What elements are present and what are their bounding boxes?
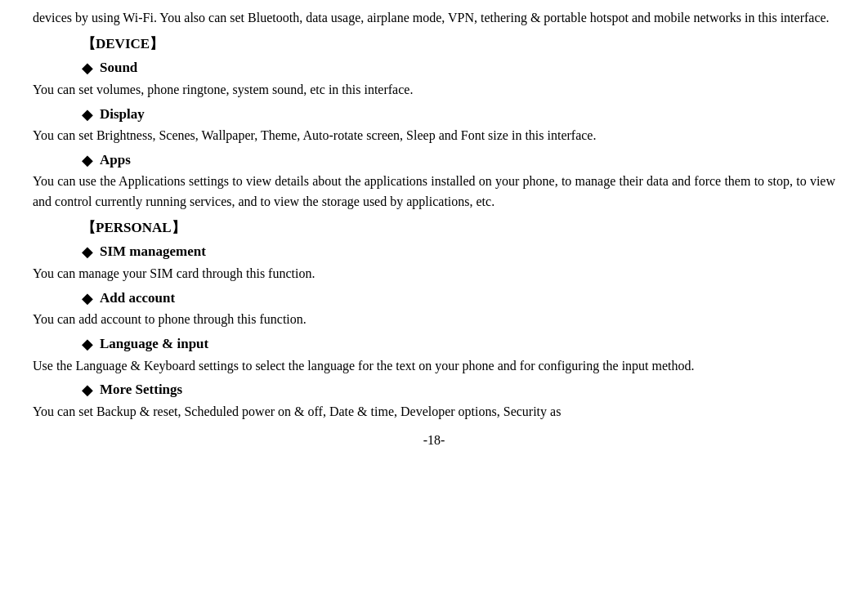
personal-header: 【PERSONAL】: [82, 217, 835, 239]
diamond-icon-more-settings: ◆: [82, 382, 93, 397]
more-settings-body-text: You can set Backup & reset, Scheduled po…: [33, 402, 835, 422]
diamond-icon-sim: ◆: [82, 244, 93, 259]
more-settings-label: More Settings: [100, 379, 182, 400]
language-section-heading: ◆ Language & input: [82, 333, 835, 355]
sim-label: SIM management: [100, 241, 206, 262]
display-section-heading: ◆ Display: [82, 104, 835, 125]
add-account-section-heading: ◆ Add account: [82, 288, 835, 309]
sim-body-text: You can manage your SIM card through thi…: [33, 264, 835, 284]
diamond-icon-language: ◆: [82, 337, 93, 351]
sound-section-heading: ◆ Sound: [82, 57, 835, 78]
page-number: -18-: [33, 431, 835, 450]
apps-body-text: You can use the Applications settings to…: [33, 172, 835, 212]
more-settings-section-heading: ◆ More Settings: [82, 379, 835, 400]
sound-label: Sound: [100, 57, 137, 78]
sound-body-text: You can set volumes, phone ringtone, sys…: [33, 80, 835, 100]
add-account-body-text: You can add account to phone through thi…: [33, 310, 835, 330]
display-body-text: You can set Brightness, Scenes, Wallpape…: [33, 126, 835, 146]
diamond-icon-sound: ◆: [82, 60, 93, 75]
language-label: Language & input: [100, 333, 208, 355]
display-label: Display: [100, 104, 145, 125]
intro-text: devices by using Wi-Fi. You also can set…: [33, 8, 835, 29]
diamond-icon-display: ◆: [82, 107, 93, 122]
sim-section-heading: ◆ SIM management: [82, 241, 835, 262]
device-header: 【DEVICE】: [82, 34, 835, 55]
diamond-icon-apps: ◆: [82, 153, 93, 168]
apps-section-heading: ◆ Apps: [82, 150, 835, 171]
add-account-label: Add account: [100, 288, 175, 309]
language-body-text: Use the Language & Keyboard settings to …: [33, 356, 835, 377]
page-container: devices by using Wi-Fi. You also can set…: [0, 0, 868, 603]
apps-label: Apps: [100, 150, 131, 171]
diamond-icon-add-account: ◆: [82, 291, 93, 306]
